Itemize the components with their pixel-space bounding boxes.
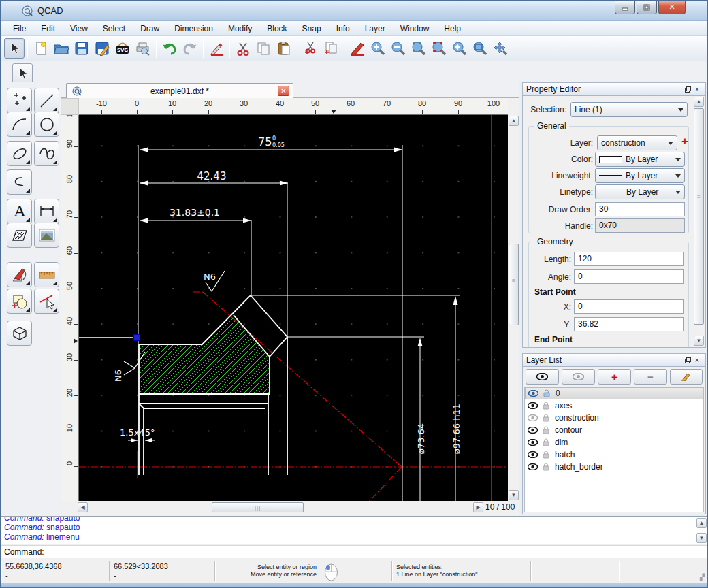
- redo-icon[interactable]: [180, 38, 200, 59]
- menu-help[interactable]: Help: [436, 22, 468, 35]
- undo-icon[interactable]: [159, 38, 180, 59]
- lineweight-combo[interactable]: By Layer: [595, 168, 685, 183]
- cut-icon[interactable]: [233, 38, 253, 59]
- zoom-in-icon[interactable]: [368, 38, 388, 59]
- close-panel-icon[interactable]: ×: [692, 84, 702, 94]
- property-scrollbar[interactable]: ▲ ≡ ▼: [693, 97, 705, 346]
- minimize-button[interactable]: [615, 1, 635, 14]
- auto-zoom-icon[interactable]: [408, 38, 429, 59]
- menu-info[interactable]: Info: [329, 22, 357, 35]
- menu-modify[interactable]: Modify: [221, 22, 259, 35]
- selection-combo[interactable]: Line (1): [570, 102, 688, 117]
- close-button[interactable]: ✕: [658, 1, 686, 14]
- menu-draw[interactable]: Draw: [133, 22, 167, 35]
- pointer-tool-icon[interactable]: [12, 63, 33, 84]
- menu-view[interactable]: View: [63, 22, 95, 35]
- layer-row[interactable]: axes: [525, 399, 703, 412]
- solid-tool[interactable]: [7, 321, 32, 346]
- scroll-down-icon[interactable]: ▼: [509, 490, 519, 500]
- measure-tool[interactable]: [34, 262, 59, 287]
- length-field[interactable]: 120: [574, 252, 684, 266]
- copy-icon[interactable]: [253, 38, 274, 59]
- draw-order-field[interactable]: 30: [595, 202, 685, 216]
- start-y-field[interactable]: 36.82: [574, 317, 684, 331]
- menu-block[interactable]: Block: [259, 22, 294, 35]
- layer-row[interactable]: hatch: [525, 448, 703, 461]
- history-scroll-down-icon[interactable]: ▼: [696, 533, 707, 543]
- zoom-window-icon[interactable]: [470, 38, 490, 59]
- canvas-hscrollbar[interactable]: ◀ ||| ▶: [77, 502, 484, 514]
- linetype-combo[interactable]: By Layer: [595, 184, 685, 199]
- paste-icon[interactable]: [274, 38, 294, 59]
- dimension-tool[interactable]: [34, 199, 59, 224]
- layer-combo[interactable]: construction: [597, 135, 677, 150]
- save-document-icon[interactable]: [71, 38, 92, 59]
- vscroll-thumb[interactable]: ≡: [509, 244, 519, 325]
- selection-handle[interactable]: [134, 335, 140, 341]
- menu-dimension[interactable]: Dimension: [167, 22, 221, 35]
- color-combo[interactable]: By Layer: [595, 152, 685, 167]
- copy-with-reference-icon[interactable]: [321, 38, 341, 59]
- title-bar[interactable]: QCAD ✕: [1, 1, 708, 21]
- hscroll-thumb[interactable]: |||: [212, 502, 304, 512]
- prop-scroll-up-icon[interactable]: ▲: [694, 97, 704, 107]
- zoom-out-icon[interactable]: [388, 38, 408, 59]
- block-tool[interactable]: [7, 289, 32, 314]
- document-tab[interactable]: example01.dxf * ✕: [66, 83, 293, 98]
- hatch-tool[interactable]: [7, 223, 32, 248]
- hide-all-layers-button[interactable]: [562, 369, 595, 385]
- selection-pointer-icon[interactable]: [4, 38, 25, 59]
- command-history[interactable]: Command: snapauto Command: snapauto Comm…: [1, 516, 708, 544]
- scroll-left-icon[interactable]: ◀: [78, 502, 88, 512]
- layer-row[interactable]: 0: [525, 387, 703, 399]
- drawing-canvas[interactable]: 75 0 0.05 42.43 31.83±0.1 1.5x45° N6 N6 …: [79, 115, 508, 501]
- open-document-icon[interactable]: [51, 38, 71, 59]
- arc-tool[interactable]: [7, 112, 32, 137]
- property-editor-titlebar[interactable]: Property Editor ×: [522, 82, 706, 96]
- draw-pen-icon[interactable]: [347, 38, 368, 59]
- polyline-tool[interactable]: [7, 169, 32, 195]
- resize-grip[interactable]: ▞: [700, 574, 705, 581]
- command-input[interactable]: Command:: [1, 545, 708, 558]
- circle-tool[interactable]: [34, 112, 59, 137]
- point-tool[interactable]: [7, 88, 32, 113]
- layer-row[interactable]: dim: [525, 436, 703, 448]
- layer-row[interactable]: contour: [525, 424, 703, 436]
- spline-tool[interactable]: [34, 141, 59, 166]
- angle-field[interactable]: 0: [574, 270, 684, 284]
- ellipse-tool[interactable]: [7, 141, 32, 166]
- add-layer-plus-icon[interactable]: +: [681, 135, 688, 148]
- remove-layer-button[interactable]: −: [634, 369, 667, 385]
- layer-row[interactable]: hatch_border: [525, 461, 703, 473]
- print-preview-icon[interactable]: [133, 38, 153, 59]
- prop-scroll-thumb[interactable]: ≡: [694, 108, 704, 325]
- canvas-vscrollbar[interactable]: ▲ ≡ ▼: [508, 115, 519, 501]
- menu-window[interactable]: Window: [393, 22, 437, 35]
- history-scroll-up-icon[interactable]: ▲: [696, 518, 707, 528]
- text-tool[interactable]: A: [7, 199, 32, 224]
- layer-row[interactable]: construction: [525, 412, 703, 424]
- menu-file[interactable]: File: [5, 22, 33, 35]
- line-tool[interactable]: [34, 88, 59, 113]
- pan-icon[interactable]: [490, 38, 511, 59]
- layer-float-panel-icon[interactable]: [683, 355, 692, 365]
- save-as-icon[interactable]: [92, 38, 112, 59]
- menu-select[interactable]: Select: [95, 22, 133, 35]
- cut-with-reference-icon[interactable]: [300, 38, 321, 59]
- show-all-layers-button[interactable]: [526, 369, 559, 385]
- maximize-button[interactable]: [637, 1, 657, 14]
- float-panel-icon[interactable]: [683, 84, 692, 94]
- end-x-field[interactable]: 120: [574, 347, 684, 348]
- modify-tool[interactable]: [7, 262, 32, 287]
- edit-layer-button[interactable]: [670, 369, 703, 385]
- menu-edit[interactable]: Edit: [33, 22, 63, 35]
- scroll-up-icon[interactable]: ▲: [509, 116, 519, 126]
- zoom-selection-icon[interactable]: [429, 38, 449, 59]
- reset-pen-icon[interactable]: [206, 38, 227, 59]
- layer-list-titlebar[interactable]: Layer List ×: [522, 353, 706, 367]
- image-tool[interactable]: [34, 223, 59, 248]
- new-document-icon[interactable]: [31, 38, 51, 59]
- add-layer-button[interactable]: +: [598, 369, 631, 385]
- start-x-field[interactable]: 0: [574, 299, 684, 314]
- svg-export-icon[interactable]: SVG: [112, 38, 133, 59]
